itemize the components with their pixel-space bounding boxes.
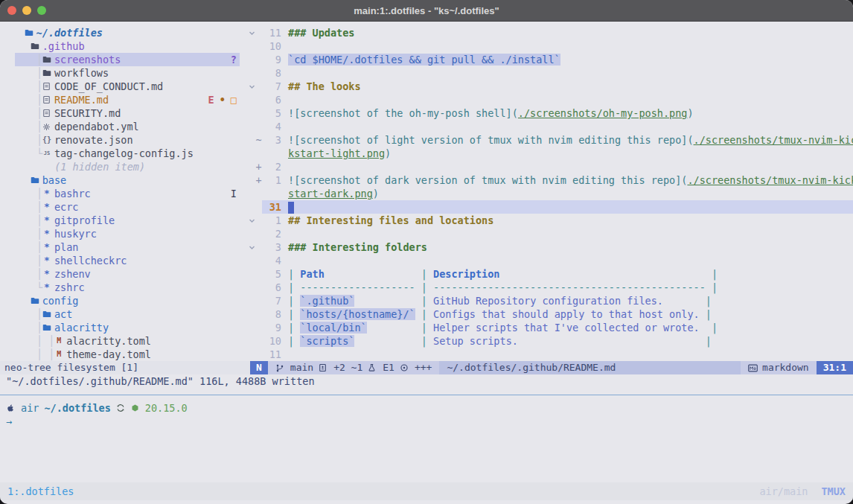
tree-indent-guide: │: [0, 80, 42, 93]
filetype-label: markdown: [762, 361, 809, 374]
file-icon: [42, 95, 51, 104]
syntax-segment: |: [288, 295, 300, 307]
tree-item-label: (1 hidden item): [54, 160, 145, 173]
folder-icon: [31, 296, 39, 305]
tree-item-security-md[interactable]: │SECURITY.md: [0, 106, 246, 120]
line-text: ## The looks: [288, 80, 361, 93]
editor-line[interactable]: 1## Interesting files and locations: [246, 214, 853, 227]
shell-prompt: air ~/.dotfiles 20.15.0: [6, 401, 853, 415]
prompt-input-line[interactable]: →: [6, 415, 853, 428]
tree-item-github[interactable]: .github: [0, 39, 246, 53]
editor-line-inner: 8: [262, 66, 853, 80]
git-segment: main +2 ~1 E1 +++: [268, 361, 440, 374]
tree-item-1-hidden-item[interactable]: (1 hidden item): [0, 160, 246, 173]
line-text: | `.github` | GitHub Repository configur…: [288, 294, 712, 307]
editor-line[interactable]: 2: [246, 227, 853, 240]
editor-line[interactable]: 6| ------------------- | ---------------…: [246, 281, 853, 294]
tree-item-label: plan: [54, 240, 79, 254]
tree-item-plan[interactable]: │*plan: [0, 240, 246, 254]
tree-item-huskyrc[interactable]: │*huskyrc: [0, 227, 246, 240]
tree-item-zshrc[interactable]: └*zshrc: [0, 281, 246, 294]
neotree-panel[interactable]: ~/.dotfiles .github │screenshots? │workf…: [0, 22, 246, 361]
apple-icon: [6, 403, 16, 413]
editor-line[interactable]: 4: [246, 254, 853, 267]
tree-item-label: SECURITY.md: [54, 106, 121, 120]
editor-line[interactable]: 5| Path | Description |: [246, 267, 853, 281]
editor-line[interactable]: 5![screenshot of the oh-my-posh shell](.…: [246, 106, 853, 120]
status-badge: □: [231, 93, 237, 106]
file-icon: [42, 109, 51, 118]
editor-pane[interactable]: 11### Updates 10 9`cd $HOME/.dotfiles &&…: [246, 22, 853, 361]
tree-item-code-of-conduct-md[interactable]: │CODE_OF_CONDUCT.md: [0, 80, 246, 93]
test-flask-icon: [368, 363, 377, 373]
editor-line[interactable]: 9`cd $HOME/.dotfiles && git pull && ./in…: [246, 53, 853, 66]
editor-line[interactable]: 10| `scripts` | Setup scripts. |: [246, 334, 853, 348]
syntax-segment: |: [700, 322, 718, 334]
fold-icon: [246, 83, 255, 90]
tree-indent-guide: │ │: [0, 348, 54, 361]
tree-item-ecrc[interactable]: │*ecrc: [0, 200, 246, 214]
tree-item-zshenv[interactable]: │*zshenv: [0, 267, 246, 281]
tree-item-config[interactable]: config: [0, 294, 246, 307]
editor-line[interactable]: 6: [246, 93, 853, 106]
syntax-segment: `local/bin`: [300, 322, 366, 334]
folder-icon: [31, 176, 39, 185]
close-button[interactable]: [7, 6, 16, 15]
tree-item-alacritty-toml[interactable]: │ │Malacritty.toml: [0, 334, 246, 348]
tree-item-shellcheckrc[interactable]: │*shellcheckrc: [0, 254, 246, 267]
git-sign: +: [255, 160, 262, 173]
line-number: 8: [262, 307, 281, 321]
tmux-pane-border[interactable]: [0, 388, 853, 401]
tree-item-dependabot-yml[interactable]: │dependabot.yml: [0, 120, 246, 133]
editor-line[interactable]: ~3![screenshot of light version of tmux …: [246, 133, 853, 147]
tree-item-screenshots[interactable]: │screenshots?: [0, 53, 246, 66]
syntax-segment: Helper scripts that I've collected or wr…: [433, 322, 700, 334]
editor-line-inner: 9| `local/bin` | Helper scripts that I'v…: [262, 321, 853, 334]
tree-item-label: shellcheckrc: [54, 254, 127, 267]
editor-line[interactable]: 11: [246, 348, 853, 361]
editor-line-inner: start-dark.png): [262, 187, 853, 200]
tree-item-label: theme-day.toml: [66, 348, 151, 361]
minimize-button[interactable]: [22, 6, 31, 15]
toml-icon: M: [54, 350, 63, 359]
line-number: 9: [262, 321, 281, 334]
editor-line[interactable]: 3### Interesting folders: [246, 240, 853, 254]
tree-item-dotfiles[interactable]: ~/.dotfiles: [0, 26, 246, 39]
command-message: "~/.dotfiles/.github/README.md" 116L, 44…: [0, 374, 853, 388]
shell-pane[interactable]: air ~/.dotfiles 20.15.0 →: [0, 401, 853, 482]
editor-line[interactable]: 7## The looks: [246, 80, 853, 93]
syntax-segment: `hosts/{hostname}/`: [300, 308, 415, 320]
tree-item-base[interactable]: base: [0, 173, 246, 187]
editor-line[interactable]: +2: [246, 160, 853, 173]
git-sign: ~: [255, 133, 262, 147]
zoom-button[interactable]: [37, 6, 46, 15]
tree-item-label: ~/.dotfiles: [36, 26, 103, 39]
editor-line[interactable]: 8| `hosts/{hostname}/` | Configs that sh…: [246, 307, 853, 321]
editor-line[interactable]: 7| `.github` | GitHub Repository configu…: [246, 294, 853, 307]
tree-item-alacritty[interactable]: │alacritty: [0, 321, 246, 334]
tree-item-label: dependabot.yml: [54, 120, 139, 133]
tree-item-workflows[interactable]: │workflows: [0, 66, 246, 80]
tmux-window-tab[interactable]: 1:.dotfiles: [7, 485, 74, 498]
editor-line[interactable]: 9| `local/bin` | Helper scripts that I'v…: [246, 321, 853, 334]
editor-line[interactable]: 11### Updates: [246, 26, 853, 39]
tree-indent-guide: │: [0, 321, 42, 334]
tree-item-renovate-json[interactable]: │{}renovate.json: [0, 133, 246, 147]
syntax-segment: Path: [300, 268, 325, 280]
editor-line[interactable]: 8: [246, 66, 853, 80]
tree-indent-guide: │: [0, 66, 42, 80]
editor-line[interactable]: 10: [246, 39, 853, 53]
tree-item-tag-changelog-config-js[interactable]: └JStag-changelog-config.js: [0, 147, 246, 160]
tree-item-gitprofile[interactable]: │*gitprofile: [0, 214, 246, 227]
tree-item-act[interactable]: │act: [0, 307, 246, 321]
line-number: 6: [262, 281, 281, 294]
tree-item-readme-md[interactable]: │README.mdE•□: [0, 93, 246, 106]
star-icon: *: [42, 283, 51, 292]
editor-line[interactable]: 31: [246, 200, 853, 214]
editor-line[interactable]: kstart-light.png): [246, 147, 853, 160]
tree-item-bashrc[interactable]: │*bashrcI: [0, 187, 246, 200]
tree-item-theme-day-toml[interactable]: │ │Mtheme-day.toml: [0, 348, 246, 361]
editor-line[interactable]: start-dark.png): [246, 187, 853, 200]
editor-line[interactable]: 4: [246, 120, 853, 133]
editor-line[interactable]: +1![screenshot of dark version of tmux w…: [246, 173, 853, 187]
